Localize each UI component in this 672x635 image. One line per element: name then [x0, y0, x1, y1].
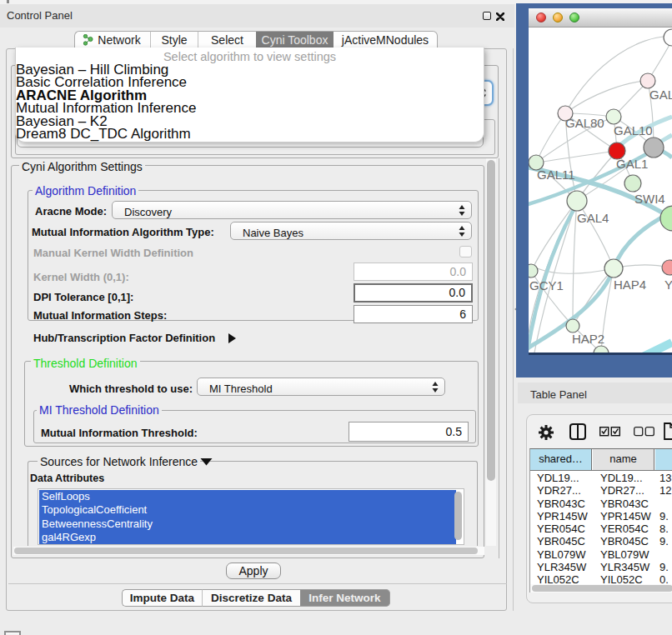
svg-text:GCY1: GCY1 [529, 278, 564, 292]
svg-text:SWI4: SWI4 [634, 192, 665, 206]
svg-text:GAL4: GAL4 [577, 211, 609, 225]
svg-text:HAP2: HAP2 [572, 332, 604, 346]
svg-text:GAL10: GAL10 [614, 123, 653, 138]
svg-text:GAL11: GAL11 [537, 168, 575, 182]
svg-text:GAL1: GAL1 [616, 157, 648, 171]
svg-text:GAL: GAL [649, 88, 672, 102]
svg-text:HAP4: HAP4 [614, 278, 646, 292]
svg-text:Y: Y [664, 278, 672, 292]
svg-text:GAL80: GAL80 [565, 116, 604, 130]
